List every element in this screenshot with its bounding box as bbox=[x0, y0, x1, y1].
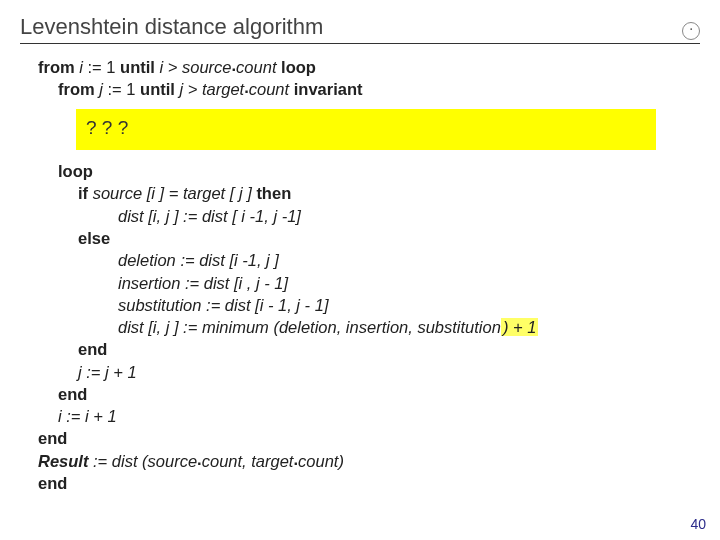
plus-one-highlight: ) + 1 bbox=[501, 318, 538, 336]
txt: := 1 bbox=[88, 58, 121, 76]
title-row: Levenshtein distance algorithm · bbox=[20, 14, 700, 44]
logo-icon: · bbox=[682, 22, 700, 40]
txt: := dist (source bbox=[88, 452, 197, 470]
txt: dist [i, j ] := minimum (deletion, inser… bbox=[118, 318, 501, 336]
code-line: Result := dist (source.count, target.cou… bbox=[38, 450, 700, 472]
txt: count) bbox=[298, 452, 344, 470]
kw-until: until bbox=[140, 80, 175, 98]
page-number: 40 bbox=[690, 516, 706, 532]
kw-until: until bbox=[120, 58, 155, 76]
kw-end: end bbox=[38, 338, 700, 360]
kw-then: then bbox=[256, 184, 291, 202]
var-j: j bbox=[95, 80, 108, 98]
kw-invariant: invariant bbox=[294, 80, 363, 98]
slide: Levenshtein distance algorithm · from i … bbox=[0, 0, 720, 494]
invariant-placeholder: ? ? ? bbox=[76, 109, 656, 151]
code-line: dist [i, j ] := minimum (deletion, inser… bbox=[38, 316, 700, 338]
txt: count, target bbox=[202, 452, 294, 470]
kw-loop: loop bbox=[38, 160, 700, 182]
kw-loop: loop bbox=[281, 58, 316, 76]
code-line: substitution := dist [i - 1, j - 1] bbox=[38, 294, 700, 316]
kw-else: else bbox=[38, 227, 700, 249]
count: count bbox=[236, 58, 281, 76]
code-block: from i := 1 until i > source.count loop … bbox=[20, 56, 700, 494]
cond: i > source bbox=[155, 58, 232, 76]
slide-title: Levenshtein distance algorithm bbox=[20, 14, 323, 40]
code-line: from j := 1 until j > target.count invar… bbox=[38, 78, 700, 100]
cond: j > target bbox=[175, 80, 244, 98]
code-line: dist [i, j ] := dist [ i -1, j -1] bbox=[38, 205, 700, 227]
cond: source [i ] = target [ j ] bbox=[88, 184, 256, 202]
dot: . bbox=[232, 56, 237, 74]
kw-from: from bbox=[38, 58, 75, 76]
code-line: insertion := dist [i , j - 1] bbox=[38, 272, 700, 294]
kw-end: end bbox=[38, 427, 700, 449]
kw-if: if bbox=[78, 184, 88, 202]
result: Result bbox=[38, 452, 88, 470]
kw-end: end bbox=[38, 472, 700, 494]
kw-end: end bbox=[38, 383, 700, 405]
code-line: if source [i ] = target [ j ] then bbox=[38, 182, 700, 204]
kw-from: from bbox=[58, 80, 95, 98]
code-line: j := j + 1 bbox=[38, 361, 700, 383]
count: count bbox=[249, 80, 294, 98]
txt: := 1 bbox=[108, 80, 141, 98]
code-line: deletion := dist [i -1, j ] bbox=[38, 249, 700, 271]
code-line: i := i + 1 bbox=[38, 405, 700, 427]
var-i: i bbox=[75, 58, 88, 76]
dot: . bbox=[244, 78, 249, 96]
code-line: from i := 1 until i > source.count loop bbox=[38, 56, 700, 78]
